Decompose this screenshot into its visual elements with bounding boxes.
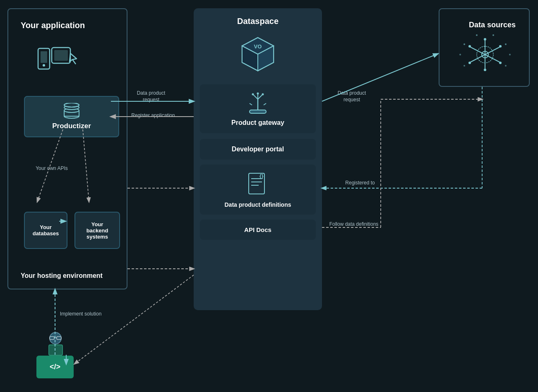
api-docs-section: API Docs	[200, 220, 316, 240]
product-gateway-label: Product gateway	[231, 119, 284, 127]
svg-rect-1	[41, 51, 47, 63]
code-box: </>	[36, 356, 74, 378]
developer-portal-section: Developer portal	[200, 139, 316, 160]
svg-point-41	[499, 45, 502, 48]
your-own-apis-label: Your own APIs	[35, 165, 68, 172]
databases-box: Yourdatabases	[24, 212, 67, 249]
data-sources-box: Data sources	[439, 8, 530, 87]
svg-point-42	[468, 62, 471, 64]
svg-line-26	[250, 103, 252, 105]
databases-label: Yourdatabases	[33, 224, 59, 237]
developer-figure	[42, 331, 69, 358]
svg-point-23	[252, 93, 254, 96]
your-application-box: Your application	[7, 8, 127, 289]
data-product-request-2-label: Data product request	[329, 90, 375, 103]
svg-point-47	[509, 54, 511, 55]
svg-point-46	[505, 43, 507, 45]
svg-rect-4	[54, 50, 68, 61]
data-definitions-section: {} Data product definitions	[200, 165, 316, 215]
cloud-apps-icon	[33, 36, 99, 86]
svg-point-24	[257, 93, 259, 95]
follow-data-definitions-label: Follow data definitions	[329, 221, 379, 228]
api-docs-label: API Docs	[244, 226, 271, 233]
svg-point-25	[262, 93, 264, 96]
developer-portal-label: Developer portal	[232, 146, 284, 153]
svg-point-49	[464, 43, 465, 45]
app-title: Your application	[21, 21, 85, 30]
svg-line-6	[72, 60, 76, 64]
data-product-request-1-label: Data product request	[130, 90, 172, 103]
svg-point-43	[499, 62, 502, 64]
svg-text:{}: {}	[259, 173, 264, 179]
dataspace-title: Dataspace	[237, 17, 279, 26]
registered-to-label: Registered to	[339, 180, 381, 186]
svg-point-2	[43, 64, 45, 67]
productizer-label: Productizer	[52, 122, 91, 130]
implement-solution-label: Implement solution	[58, 311, 103, 318]
svg-line-27	[264, 103, 266, 105]
svg-point-52	[50, 332, 61, 344]
svg-text:VO: VO	[254, 43, 262, 50]
svg-rect-18	[250, 110, 266, 113]
svg-point-50	[459, 54, 461, 55]
svg-point-48	[505, 65, 507, 67]
diagram: Your application	[0, 0, 538, 392]
svg-point-45	[492, 34, 494, 36]
backend-box: Yourbackendsystems	[74, 212, 120, 249]
code-label: </>	[50, 363, 60, 371]
cube-icon: VO	[233, 29, 283, 79]
svg-point-40	[468, 45, 471, 48]
svg-point-51	[464, 65, 465, 67]
product-gateway-section: Product gateway	[200, 84, 316, 133]
backend-label: Yourbackendsystems	[86, 221, 108, 240]
svg-line-22	[258, 94, 263, 99]
svg-point-39	[484, 69, 486, 71]
svg-rect-56	[49, 345, 62, 355]
svg-point-38	[484, 38, 486, 41]
productizer-box: Productizer	[24, 96, 119, 137]
data-definitions-label: Data product definitions	[225, 201, 291, 208]
dataspace-column: Dataspace VO	[194, 8, 322, 310]
svg-line-20	[253, 94, 258, 99]
hosting-label: Your hosting environment	[21, 272, 103, 280]
svg-point-44	[476, 34, 478, 36]
register-application-label: Register application	[130, 112, 176, 119]
